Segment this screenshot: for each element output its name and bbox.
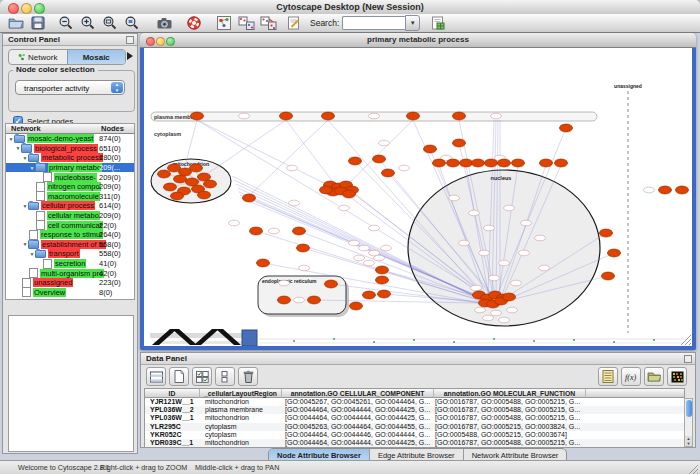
gene-node[interactable] xyxy=(376,266,389,274)
gene-node[interactable] xyxy=(363,291,376,299)
table-row[interactable]: YJR121W__1mitochondrion[GO:0045267, GO:0… xyxy=(145,398,684,406)
zoom-selected-icon[interactable] xyxy=(122,15,142,32)
tree-row[interactable]: ▼mosaic-demo-yeast874(0) xyxy=(6,134,134,144)
label-node[interactable] xyxy=(489,275,500,281)
gene-node[interactable] xyxy=(460,159,473,167)
label-node[interactable] xyxy=(539,265,550,271)
gene-node[interactable] xyxy=(676,186,689,194)
gene-node[interactable] xyxy=(376,276,389,284)
tree-row[interactable]: ▼metabolic process280(0) xyxy=(6,153,134,163)
gene-node[interactable] xyxy=(257,259,270,267)
search-input[interactable] xyxy=(342,16,405,30)
save-icon[interactable] xyxy=(28,15,48,32)
label-node[interactable] xyxy=(339,205,350,211)
gene-node[interactable] xyxy=(373,155,386,163)
search-dropdown-arrow[interactable]: ▼ xyxy=(405,15,420,31)
gene-node[interactable] xyxy=(560,124,573,132)
gene-node[interactable] xyxy=(198,173,211,181)
create-attribute-icon[interactable] xyxy=(169,367,189,386)
gene-node[interactable] xyxy=(343,190,356,198)
tree-row[interactable]: nucleobase-209(0) xyxy=(6,172,134,182)
label-node[interactable] xyxy=(479,250,490,256)
gene-node[interactable] xyxy=(453,112,466,120)
label-node[interactable] xyxy=(354,255,365,261)
gene-node[interactable] xyxy=(424,145,437,153)
tree-row[interactable]: nitrogen compo209(0) xyxy=(6,182,134,192)
delete-attribute-icon[interactable] xyxy=(238,367,258,386)
gene-node[interactable] xyxy=(382,169,395,177)
close-window-button[interactable] xyxy=(8,3,19,14)
label-node[interactable] xyxy=(491,113,502,119)
label-node[interactable] xyxy=(381,245,392,251)
modify-networks-icon[interactable] xyxy=(258,15,278,32)
label-node[interactable] xyxy=(475,307,486,313)
gene-node[interactable] xyxy=(243,194,256,202)
table-column-header[interactable]: ID xyxy=(145,389,200,398)
label-node[interactable] xyxy=(519,250,530,256)
merge-networks-icon[interactable] xyxy=(236,15,256,32)
gene-node[interactable] xyxy=(512,159,525,167)
label-node[interactable] xyxy=(374,255,385,261)
gene-node[interactable] xyxy=(293,227,306,235)
gene-node[interactable] xyxy=(280,112,293,120)
label-node[interactable] xyxy=(449,195,460,201)
table-scrollbar[interactable]: ▲▼ xyxy=(684,398,693,447)
label-node[interactable] xyxy=(491,310,502,316)
node-color-dropdown[interactable]: transporter activity ▲▼ xyxy=(15,80,125,95)
table-row[interactable]: YPL036W__1mitochondrion[GO:0044464, GO:0… xyxy=(145,414,684,422)
gene-node[interactable] xyxy=(540,159,553,167)
label-node[interactable] xyxy=(469,210,480,216)
plugin-manager-icon[interactable] xyxy=(428,15,448,32)
unselect-attributes-icon[interactable] xyxy=(215,367,235,386)
tree-row[interactable]: cellular metabo209(0) xyxy=(6,211,134,221)
zoom-fit-icon[interactable] xyxy=(100,15,120,32)
tree-row[interactable]: response to stimul264(0) xyxy=(6,230,134,240)
label-node[interactable] xyxy=(471,285,482,291)
window-titlebar[interactable]: Cytoscape Desktop (New Session) xyxy=(0,0,700,15)
tree-row[interactable]: Overview8(0) xyxy=(6,288,134,298)
float-panel-icon[interactable] xyxy=(126,36,134,44)
help-icon[interactable] xyxy=(184,15,204,32)
table-column-header[interactable]: _cellularLayoutRegion xyxy=(200,389,282,398)
zoom-out-icon[interactable] xyxy=(56,15,76,32)
label-node[interactable] xyxy=(369,225,380,231)
tree-row[interactable]: secretion41(0) xyxy=(6,259,134,269)
tree-row[interactable]: multi-organism pro42(0) xyxy=(6,268,134,278)
table-column-header[interactable]: annotation.GO CELLULAR_COMPONENT xyxy=(282,389,434,398)
label-node[interactable] xyxy=(364,260,375,266)
gene-node[interactable] xyxy=(503,293,516,301)
zoom-view-button[interactable] xyxy=(166,37,175,46)
tree-row[interactable]: ▼establishment of lo558(0) xyxy=(6,240,134,250)
label-node[interactable] xyxy=(507,307,518,313)
gene-node[interactable] xyxy=(378,290,391,298)
label-node[interactable] xyxy=(229,220,240,226)
formula-builder-icon[interactable]: f(x) xyxy=(621,367,641,386)
tree-row[interactable]: unassigned223(0) xyxy=(6,278,134,288)
table-row[interactable]: YKR052Ccytoplasm[GO:0044464, GO:0044446,… xyxy=(145,431,684,439)
gene-node[interactable] xyxy=(453,139,466,147)
tree-row[interactable]: ▼primary metabo209(... xyxy=(6,163,134,173)
gene-node[interactable] xyxy=(297,244,310,252)
float-data-panel-icon[interactable] xyxy=(684,355,692,363)
label-node[interactable] xyxy=(294,297,305,303)
label-node[interactable] xyxy=(289,200,300,206)
gene-node[interactable] xyxy=(350,302,363,310)
select-all-attributes-icon[interactable] xyxy=(146,367,166,386)
gene-node[interactable] xyxy=(250,227,263,235)
gene-node[interactable] xyxy=(555,159,568,167)
table-row[interactable]: YDR039C__1mitochondrion[GO:0044464, GO:0… xyxy=(145,439,684,447)
label-node[interactable] xyxy=(535,235,546,241)
tree-header[interactable]: Network Nodes xyxy=(5,123,135,134)
gene-node[interactable] xyxy=(485,159,498,167)
vizmapper-icon[interactable] xyxy=(214,15,234,32)
zoom-window-button[interactable] xyxy=(34,3,45,14)
label-node[interactable] xyxy=(369,113,380,119)
birds-eye-view[interactable] xyxy=(8,315,134,452)
attribute-matrix-icon[interactable] xyxy=(667,367,687,386)
gene-node[interactable] xyxy=(171,192,184,200)
gene-node[interactable] xyxy=(325,280,338,288)
label-node[interactable] xyxy=(399,165,410,171)
zoom-in-icon[interactable] xyxy=(78,15,98,32)
gene-node[interactable] xyxy=(322,112,335,120)
gene-node[interactable] xyxy=(198,191,211,199)
